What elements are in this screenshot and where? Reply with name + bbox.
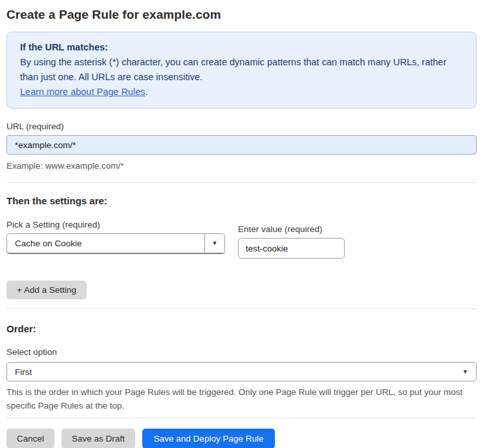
- order-helper-text: This is the order in which your Page Rul…: [6, 385, 477, 412]
- setting-select-value: Cache on Cookie: [7, 234, 204, 253]
- page-rule-form: Create a Page Rule for example.com If th…: [0, 0, 485, 448]
- setting-select-caret-button[interactable]: ▼: [204, 234, 224, 253]
- url-match-info-box: If the URL matches: By using the asteris…: [6, 32, 477, 109]
- order-select-value: First: [15, 367, 32, 377]
- settings-section-heading: Then the settings are:: [6, 195, 477, 206]
- divider: [6, 308, 477, 309]
- setting-value-input[interactable]: [238, 238, 345, 259]
- save-and-deploy-button[interactable]: Save and Deploy Page Rule: [142, 429, 275, 448]
- url-helper-text: Example: www.example.com/*: [6, 159, 477, 173]
- order-section-heading: Order:: [6, 323, 477, 334]
- learn-more-link[interactable]: Learn more about Page Rules: [20, 87, 145, 97]
- caret-down-icon: ▼: [212, 240, 218, 246]
- action-buttons-row: Cancel Save as Draft Save and Deploy Pag…: [6, 429, 477, 448]
- setting-picker-column: Pick a Setting (required) Cache on Cooki…: [6, 220, 225, 254]
- cancel-button[interactable]: Cancel: [6, 429, 54, 448]
- info-box-link-line: Learn more about Page Rules.: [20, 85, 463, 100]
- add-setting-button[interactable]: + Add a Setting: [6, 281, 87, 299]
- url-field-label: URL (required): [6, 122, 477, 131]
- url-input[interactable]: [6, 135, 477, 155]
- page-title: Create a Page Rule for example.com: [6, 8, 477, 22]
- setting-value-column: Enter value (required): [238, 224, 345, 259]
- info-box-body: By using the asterisk (*) character, you…: [20, 55, 463, 85]
- order-select[interactable]: First ▼: [6, 362, 477, 381]
- save-as-draft-button[interactable]: Save as Draft: [61, 429, 135, 448]
- order-select-label: Select option: [6, 347, 477, 357]
- setting-value-label: Enter value (required): [238, 224, 345, 234]
- settings-row: Pick a Setting (required) Cache on Cooki…: [6, 220, 477, 259]
- setting-picker-label: Pick a Setting (required): [6, 220, 225, 229]
- info-box-heading: If the URL matches:: [20, 40, 463, 55]
- setting-select[interactable]: Cache on Cookie ▼: [6, 233, 225, 254]
- divider: [6, 182, 477, 183]
- link-period: .: [145, 87, 147, 97]
- divider: [6, 418, 477, 418]
- caret-down-icon: ▼: [462, 369, 468, 375]
